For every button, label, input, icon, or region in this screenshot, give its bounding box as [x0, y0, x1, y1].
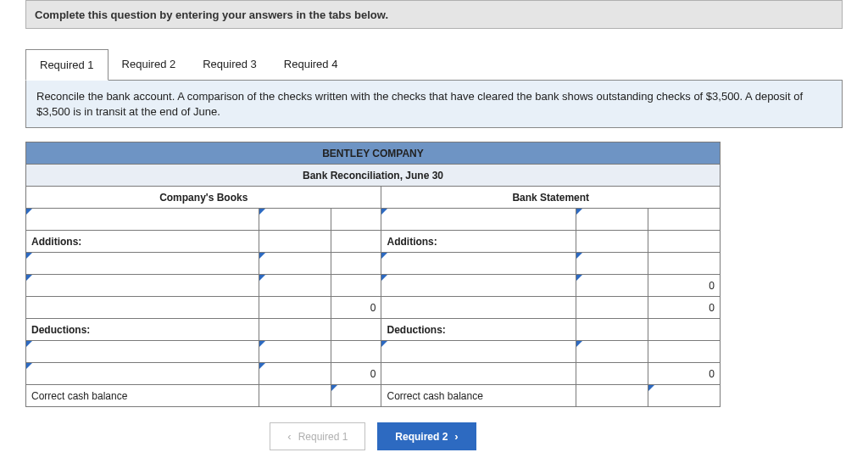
dropdown-icon — [26, 275, 32, 281]
right-deductions-label: Deductions: — [381, 319, 576, 341]
tab-required-4[interactable]: Required 4 — [270, 49, 352, 80]
left-addition-amount-1[interactable] — [259, 253, 331, 275]
dropdown-icon — [648, 385, 654, 391]
dropdown-icon — [576, 253, 582, 259]
nav-buttons: ‹ Required 1 Required 2 › — [25, 422, 721, 450]
dropdown-icon — [259, 275, 265, 281]
dropdown-icon — [26, 363, 32, 369]
left-additions-total: 0 — [331, 297, 381, 319]
dropdown-icon — [381, 253, 387, 259]
right-section-header: Bank Statement — [381, 187, 721, 209]
left-addition-item-1[interactable] — [26, 253, 259, 275]
right-additions-label: Additions: — [381, 231, 576, 253]
left-deduction-amount-2[interactable] — [259, 363, 331, 385]
right-correct-balance-cell[interactable] — [648, 385, 721, 407]
left-correct-balance-cell[interactable] — [331, 385, 381, 407]
right-addition-item-1[interactable] — [381, 253, 576, 275]
chevron-left-icon: ‹ — [287, 430, 291, 443]
left-correct-balance-label: Correct cash balance — [26, 385, 259, 407]
left-deductions-label: Deductions: — [26, 319, 259, 341]
banner-instruction: Complete this question by entering your … — [25, 0, 843, 29]
dropdown-icon — [26, 341, 32, 347]
dropdown-icon — [26, 209, 32, 215]
right-deduction-amount-1[interactable] — [576, 341, 648, 363]
dropdown-icon — [331, 385, 337, 391]
prev-button[interactable]: ‹ Required 1 — [270, 422, 365, 450]
tab-required-1[interactable]: Required 1 — [25, 49, 108, 81]
left-deduction-item-1[interactable] — [26, 341, 259, 363]
right-addition-amount-1[interactable] — [576, 253, 648, 275]
left-deduction-item-2[interactable] — [26, 363, 259, 385]
chevron-right-icon: › — [454, 430, 458, 443]
right-addition-amount-2[interactable] — [576, 275, 648, 297]
dropdown-icon — [259, 363, 265, 369]
statement-title: Bank Reconciliation, June 30 — [26, 165, 721, 187]
tab-required-2[interactable]: Required 2 — [108, 49, 190, 80]
company-title: BENTLEY COMPANY — [26, 142, 721, 165]
instructions-panel: Reconcile the bank account. A comparison… — [25, 81, 843, 128]
right-correct-balance-label: Correct cash balance — [381, 385, 576, 407]
next-button[interactable]: Required 2 › — [377, 422, 476, 450]
prev-button-label: Required 1 — [298, 431, 348, 443]
left-addition-amount-2[interactable] — [259, 275, 331, 297]
right-start-amount-cell[interactable] — [576, 209, 648, 231]
left-section-header: Company's Books — [26, 187, 381, 209]
right-start-item-cell[interactable] — [381, 209, 576, 231]
right-addition-sum-a: 0 — [648, 275, 721, 297]
left-additions-label: Additions: — [26, 231, 259, 253]
dropdown-icon — [381, 341, 387, 347]
left-start-item-cell[interactable] — [26, 209, 259, 231]
bank-reconciliation-table: BENTLEY COMPANY Bank Reconciliation, Jun… — [25, 142, 721, 407]
dropdown-icon — [259, 209, 265, 215]
next-button-label: Required 2 — [395, 431, 448, 443]
dropdown-icon — [381, 209, 387, 215]
right-addition-sum-b: 0 — [648, 297, 721, 319]
tab-required-3[interactable]: Required 3 — [189, 49, 270, 80]
right-deduction-item-1[interactable] — [381, 341, 576, 363]
dropdown-icon — [259, 253, 265, 259]
left-deductions-total: 0 — [331, 363, 381, 385]
left-addition-item-2[interactable] — [26, 275, 259, 297]
dropdown-icon — [381, 275, 387, 281]
left-start-amount-cell[interactable] — [259, 209, 331, 231]
right-addition-item-2[interactable] — [381, 275, 576, 297]
tabs-row: Required 1 Required 2 Required 3 Require… — [25, 49, 843, 81]
dropdown-icon — [259, 341, 265, 347]
dropdown-icon — [576, 275, 582, 281]
right-deductions-total: 0 — [648, 363, 721, 385]
dropdown-icon — [576, 341, 582, 347]
dropdown-icon — [26, 253, 32, 259]
left-deduction-amount-1[interactable] — [259, 341, 331, 363]
dropdown-icon — [576, 209, 582, 215]
